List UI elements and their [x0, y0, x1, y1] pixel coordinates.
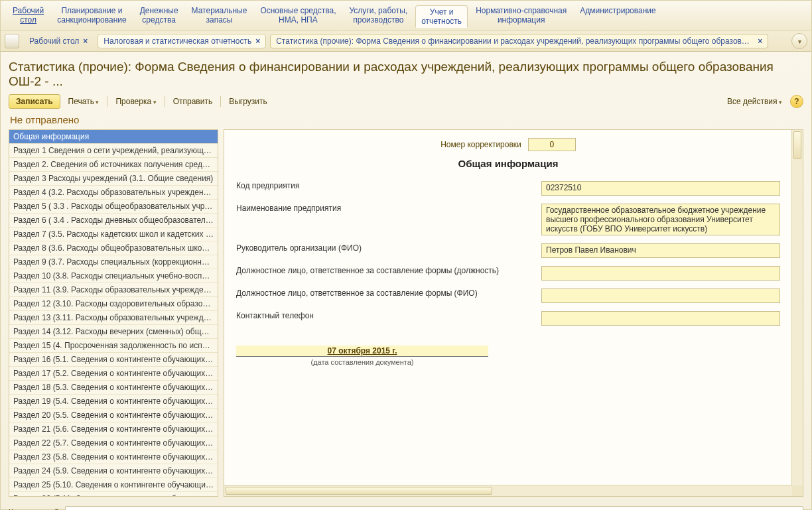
nav-materials[interactable]: Материальные запасы — [186, 5, 253, 26]
page-title: Статистика (прочие): Форма Сведения о фи… — [9, 60, 803, 89]
sidebar-item[interactable]: Раздел 9 (3.7. Расходы специальных (корр… — [9, 255, 218, 269]
sidebar-item[interactable]: Раздел 3 Расходы учреждений (3.1. Общие … — [9, 172, 218, 186]
sidebar-item[interactable]: Раздел 4 (3.2. Расходы образовательных у… — [9, 186, 218, 200]
correction-label: Номер корректировки — [440, 140, 521, 149]
sidebar-item[interactable]: Раздел 19 (5.4. Сведения о контингенте о… — [9, 395, 218, 409]
close-icon[interactable]: × — [255, 36, 260, 46]
sidebar-item[interactable]: Раздел 5 ( 3.3 . Расходы общеобразовател… — [9, 200, 218, 214]
comment-input[interactable] — [65, 506, 803, 510]
content: Статистика (прочие): Форма Сведения о фи… — [1, 52, 811, 502]
horizontal-scrollbar[interactable] — [224, 485, 792, 496]
sidebar-item[interactable]: Раздел 22 (5.7. Сведения о контингенте о… — [9, 436, 218, 450]
head-input[interactable]: Петров Павел Иванович — [541, 243, 780, 258]
caret-icon — [777, 97, 782, 106]
sidebar-item[interactable]: Раздел 7 (3.5. Расходы кадетских школ и … — [9, 227, 218, 241]
sections-sidebar[interactable]: Общая информацияРаздел 1 Сведения о сети… — [9, 129, 218, 497]
work-area: Общая информацияРаздел 1 Сведения о сети… — [9, 129, 803, 497]
tab-label: Налоговая и статистическая отчетность — [103, 36, 251, 46]
sidebar-item[interactable]: Раздел 8 (3.6. Расходы общеобразовательн… — [9, 241, 218, 255]
code-input[interactable]: 02372510 — [541, 181, 780, 196]
resp-position-input[interactable] — [541, 266, 780, 281]
doc-date-input[interactable]: 07 октября 2015 г. — [236, 346, 488, 357]
sidebar-item[interactable]: Раздел 18 (5.3. Сведения о контингенте о… — [9, 381, 218, 395]
scroll-corner — [792, 485, 803, 496]
tabs-row: Рабочий стол × Налоговая и статистическа… — [1, 31, 811, 52]
tab-label: Статистика (прочие): Форма Сведения о фи… — [276, 36, 754, 46]
sidebar-item[interactable]: Раздел 14 (3.12. Расходы вечерних (сменн… — [9, 325, 218, 339]
correction-input[interactable]: 0 — [528, 138, 576, 151]
tab-statistics-form[interactable]: Статистика (прочие): Форма Сведения о фи… — [270, 34, 768, 48]
sidebar-item[interactable]: Раздел 1 Сведения о сети учреждений, реа… — [9, 144, 218, 158]
phone-label: Контактный телефон — [236, 311, 541, 320]
nav-services[interactable]: Услуги, работы, производство — [344, 5, 413, 26]
caret-icon — [94, 97, 100, 106]
status-text: Не отправлено — [10, 114, 803, 125]
sidebar-item[interactable]: Раздел 23 (5.8. Сведения о контингенте о… — [9, 450, 218, 464]
separator — [107, 96, 107, 107]
sidebar-item[interactable]: Раздел 6 ( 3.4 . Расходы дневных общеобр… — [9, 214, 218, 227]
section-header: Общая информация — [236, 158, 780, 169]
form-scroll: Номер корректировки 0 Общая информация К… — [224, 130, 792, 485]
nav-desktop[interactable]: Рабочий стол — [7, 5, 49, 26]
write-button[interactable]: Записать — [9, 94, 60, 109]
nav-accounting[interactable]: Учет и отчетность — [415, 5, 468, 28]
tab-desktop[interactable]: Рабочий стол × — [23, 34, 94, 48]
resp-name-input[interactable] — [541, 288, 780, 303]
nav-money[interactable]: Денежные средства — [135, 5, 184, 26]
sidebar-item[interactable]: Общая информация — [9, 130, 218, 144]
phone-input[interactable] — [541, 311, 780, 326]
sidebar-item[interactable]: Раздел 2. Сведения об источниках получен… — [9, 158, 218, 172]
sidebar-item[interactable]: Раздел 16 (5.1. Сведения о контингенте о… — [9, 353, 218, 367]
nav-planning[interactable]: Планирование и санкционирование — [52, 5, 131, 26]
sidebar-item[interactable]: Раздел 25 (5.10. Сведения о контингенте … — [9, 478, 218, 492]
comment-row: Комментарий: — [1, 502, 811, 510]
name-input[interactable]: Государственное образовательное бюджетно… — [541, 204, 780, 235]
doc-date-caption: (дата составления документа) — [236, 358, 488, 366]
nav-admin[interactable]: Администрирование — [575, 5, 661, 17]
sidebar-item[interactable]: Раздел 12 (3.10. Расходы оздоровительных… — [9, 297, 218, 311]
sidebar-item[interactable]: Раздел 24 (5.9. Сведения о контингенте о… — [9, 464, 218, 478]
resp-position-label: Должностное лицо, ответственное за соста… — [236, 266, 541, 275]
desktop-icon — [5, 34, 19, 48]
sidebar-item[interactable]: Раздел 10 (3.8. Расходы специальных учеб… — [9, 269, 218, 283]
main-nav: Рабочий стол Планирование и санкциониров… — [1, 1, 811, 31]
close-icon[interactable]: × — [83, 36, 88, 46]
tab-label: Рабочий стол — [29, 36, 79, 46]
form-panel: Номер корректировки 0 Общая информация К… — [224, 129, 803, 497]
sidebar-item[interactable]: Раздел 15 (4. Просроченная задолженность… — [9, 339, 218, 353]
send-button[interactable]: Отправить — [169, 95, 217, 108]
close-icon[interactable]: × — [758, 36, 762, 46]
all-actions-button[interactable]: Все действия — [723, 95, 786, 108]
separator — [165, 96, 165, 107]
head-label: Руководитель организации (ФИО) — [236, 243, 541, 253]
name-label: Наименование предприятия — [236, 204, 541, 213]
sidebar-item[interactable]: Раздел 20 (5.5. Сведения о контингенте о… — [9, 409, 218, 422]
export-button[interactable]: Выгрузить — [225, 95, 271, 108]
sidebar-item[interactable]: Раздел 21 (5.6. Сведения о контингенте о… — [9, 422, 218, 436]
scroll-thumb[interactable] — [793, 131, 801, 159]
tabs-overflow-button[interactable]: ▾ — [791, 33, 807, 49]
check-button[interactable]: Проверка — [111, 95, 160, 108]
app-window: Рабочий стол Планирование и санкциониров… — [0, 0, 812, 510]
code-label: Код предприятия — [236, 181, 541, 190]
sidebar-item[interactable]: Раздел 17 (5.2. Сведения о контингенте о… — [9, 367, 218, 381]
sidebar-item[interactable]: Раздел 11 (3.9. Расходы образовательных … — [9, 283, 218, 297]
resp-name-label: Должностное лицо, ответственное за соста… — [236, 288, 541, 298]
sidebar-item[interactable]: Раздел 26 (5.11. Сведения о контингенте … — [9, 492, 218, 497]
tab-tax-report[interactable]: Налоговая и статистическая отчетность × — [98, 34, 266, 48]
scroll-thumb[interactable] — [226, 487, 492, 495]
vertical-scrollbar[interactable] — [791, 130, 803, 485]
print-button[interactable]: Печать — [64, 95, 103, 108]
help-icon[interactable]: ? — [790, 95, 803, 108]
nav-assets[interactable]: Основные средства, НМА, НПА — [255, 5, 341, 26]
sidebar-item[interactable]: Раздел 13 (3.11. Расходы образовательных… — [9, 311, 218, 325]
caret-icon — [151, 97, 157, 106]
toolbar: Записать Печать Проверка Отправить Выгру… — [9, 94, 803, 109]
nav-reference[interactable]: Нормативно-справочная информация — [470, 5, 572, 26]
separator — [220, 96, 221, 107]
